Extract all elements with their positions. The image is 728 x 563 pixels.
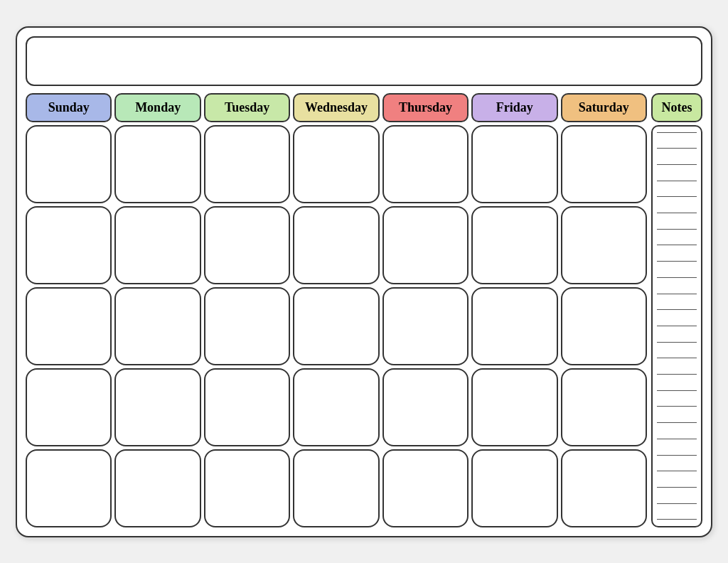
note-line-14 (657, 342, 697, 343)
note-line-8 (657, 245, 697, 245)
cell-w5-wed[interactable] (293, 449, 379, 527)
note-line-21 (657, 455, 697, 456)
header-thursday: Thursday (382, 93, 469, 122)
cell-w1-wed[interactable] (293, 125, 379, 203)
sunday-label: Sunday (48, 100, 90, 114)
cell-w1-fri[interactable] (471, 125, 557, 203)
thursday-label: Thursday (399, 100, 452, 114)
header-monday: Monday (114, 93, 200, 122)
wednesday-label: Wednesday (305, 100, 368, 114)
note-line-6 (657, 213, 697, 213)
cell-w4-thu[interactable] (382, 368, 469, 446)
cell-w4-sat[interactable] (561, 368, 647, 446)
header-row: Sunday Monday Tuesday Wednesday Thursday… (26, 93, 647, 122)
week-row-1 (26, 125, 647, 203)
note-line-16 (657, 374, 697, 375)
cell-w3-thu[interactable] (382, 287, 469, 365)
cell-w4-mon[interactable] (114, 368, 200, 446)
cell-w5-sun[interactable] (26, 449, 112, 527)
cell-w4-wed[interactable] (293, 368, 379, 446)
friday-label: Friday (496, 100, 533, 114)
cell-w5-fri[interactable] (471, 449, 557, 527)
cell-w4-fri[interactable] (471, 368, 557, 446)
monday-label: Monday (135, 100, 181, 114)
cell-w2-fri[interactable] (471, 206, 557, 284)
cell-w1-sun[interactable] (26, 125, 112, 203)
cell-w2-mon[interactable] (114, 206, 200, 284)
week-row-4 (26, 368, 647, 446)
week-row-5 (26, 449, 647, 527)
note-line-24 (657, 503, 697, 504)
note-line-5 (657, 196, 697, 197)
cell-w5-mon[interactable] (114, 449, 200, 527)
cell-w2-sun[interactable] (26, 206, 112, 284)
note-line-22 (657, 471, 697, 471)
cell-w2-sat[interactable] (561, 206, 647, 284)
note-line-17 (657, 390, 697, 391)
title-bar[interactable] (26, 36, 702, 86)
note-line-15 (657, 358, 697, 358)
notes-section: Notes (651, 93, 702, 527)
note-line-18 (657, 406, 697, 407)
calendar-wrapper: Sunday Monday Tuesday Wednesday Thursday… (16, 26, 712, 537)
cell-w5-thu[interactable] (382, 449, 469, 527)
notes-label: Notes (662, 100, 692, 114)
note-line-11 (657, 294, 697, 294)
note-line-1 (657, 132, 697, 133)
cell-w2-tue[interactable] (204, 206, 290, 284)
week-row-2 (26, 206, 647, 284)
note-line-23 (657, 487, 697, 488)
notes-lines[interactable] (651, 125, 702, 527)
note-line-25 (657, 519, 697, 520)
cell-w1-tue[interactable] (204, 125, 290, 203)
note-line-2 (657, 148, 697, 149)
header-friday: Friday (471, 93, 557, 122)
cell-w4-tue[interactable] (204, 368, 290, 446)
weeks-container (26, 125, 647, 527)
cell-w5-tue[interactable] (204, 449, 290, 527)
note-line-19 (657, 422, 697, 423)
main-grid: Sunday Monday Tuesday Wednesday Thursday… (26, 93, 647, 527)
cell-w4-sun[interactable] (26, 368, 112, 446)
cell-w3-mon[interactable] (114, 287, 200, 365)
note-line-20 (657, 439, 697, 439)
cell-w3-sat[interactable] (561, 287, 647, 365)
header-tuesday: Tuesday (204, 93, 290, 122)
cell-w1-mon[interactable] (114, 125, 200, 203)
cell-w1-thu[interactable] (382, 125, 469, 203)
note-line-10 (657, 277, 697, 278)
cell-w2-thu[interactable] (382, 206, 469, 284)
cell-w5-sat[interactable] (561, 449, 647, 527)
header-sunday: Sunday (26, 93, 112, 122)
cell-w3-tue[interactable] (204, 287, 290, 365)
tuesday-label: Tuesday (225, 100, 269, 114)
cell-w3-wed[interactable] (293, 287, 379, 365)
note-line-7 (657, 229, 697, 230)
cell-w2-wed[interactable] (293, 206, 379, 284)
cell-w1-sat[interactable] (561, 125, 647, 203)
header-saturday: Saturday (561, 93, 647, 122)
week-row-3 (26, 287, 647, 365)
note-line-13 (657, 326, 697, 326)
cell-w3-fri[interactable] (471, 287, 557, 365)
notes-header: Notes (651, 93, 702, 122)
note-line-4 (657, 181, 697, 181)
note-line-12 (657, 309, 697, 310)
header-wednesday: Wednesday (293, 93, 379, 122)
cell-w3-sun[interactable] (26, 287, 112, 365)
note-line-9 (657, 261, 697, 262)
note-line-3 (657, 164, 697, 165)
calendar-body: Sunday Monday Tuesday Wednesday Thursday… (26, 93, 702, 527)
saturday-label: Saturday (579, 100, 629, 114)
